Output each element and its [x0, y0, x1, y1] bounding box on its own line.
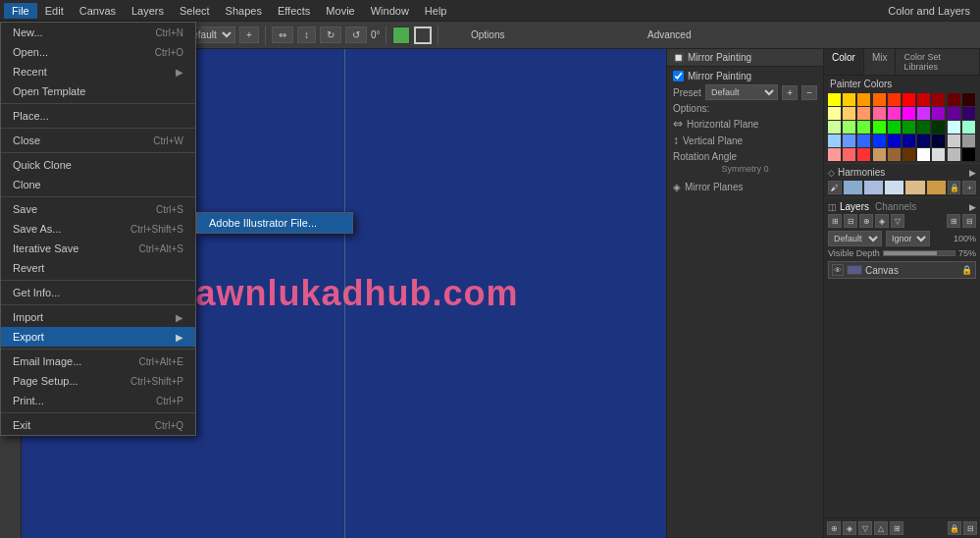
dropdown-item-place[interactable]: Place... — [1, 106, 195, 126]
layer-icon-7[interactable]: ⊟ — [962, 214, 976, 228]
menu-item-canvas[interactable]: Canvas — [72, 3, 124, 19]
layer-icon-1[interactable]: ⊞ — [828, 214, 842, 228]
harmonies-expand[interactable]: ▶ — [969, 168, 976, 178]
menu-item-effects[interactable]: Effects — [270, 3, 318, 19]
tab-mix[interactable]: Mix — [864, 49, 897, 75]
tab-color[interactable]: Color — [824, 49, 864, 75]
color-cell-27[interactable] — [932, 121, 945, 134]
layer-ignore-select[interactable]: Ignore — [886, 231, 930, 246]
color-cell-45[interactable] — [903, 148, 915, 161]
color-cell-38[interactable] — [948, 134, 960, 147]
rotate-btn2[interactable]: ↺ — [345, 27, 367, 43]
color-cell-42[interactable] — [857, 148, 870, 161]
color-cell-34[interactable] — [888, 134, 901, 147]
tab-color-set[interactable]: Color Set Libraries — [896, 49, 980, 75]
color-cell-0[interactable] — [828, 93, 841, 106]
color-cell-20[interactable] — [828, 121, 841, 134]
color-cell-21[interactable] — [843, 121, 855, 134]
color-cell-35[interactable] — [903, 134, 915, 147]
dropdown-item-get-info[interactable]: Get Info... — [1, 283, 195, 302]
dropdown-item-open[interactable]: Open... Ctrl+O — [1, 42, 195, 62]
color-cell-16[interactable] — [917, 107, 930, 120]
mirror-preset-add[interactable]: + — [782, 85, 798, 100]
color-cell-6[interactable] — [917, 93, 930, 106]
dropdown-item-close[interactable]: Close Ctrl+W — [1, 131, 195, 150]
color-cell-17[interactable] — [932, 107, 945, 120]
color-cell-14[interactable] — [888, 107, 901, 120]
bottom-layer-btn-6[interactable]: 🔒 — [948, 521, 961, 535]
color-cell-11[interactable] — [843, 107, 855, 120]
dropdown-item-iterative-save[interactable]: Iterative Save Ctrl+Alt+S — [1, 239, 195, 258]
color-cell-48[interactable] — [948, 148, 960, 161]
preset-add-btn[interactable]: + — [239, 27, 259, 43]
dropdown-item-quick-clone[interactable]: Quick Clone — [1, 155, 195, 175]
bottom-layer-btn-3[interactable]: ▽ — [858, 521, 872, 535]
harmony-swatch-1[interactable] — [844, 181, 862, 194]
dropdown-item-save-as[interactable]: Save As... Ctrl+Shift+S — [1, 219, 195, 239]
color-cell-47[interactable] — [932, 148, 945, 161]
dropdown-item-revert[interactable]: Revert — [1, 258, 195, 278]
color-cell-39[interactable] — [962, 134, 975, 147]
menu-item-help[interactable]: Help — [417, 3, 455, 19]
color-cell-18[interactable] — [948, 107, 960, 120]
color-cell-1[interactable] — [843, 93, 855, 106]
dropdown-item-export[interactable]: Export ▶ — [1, 327, 195, 347]
color-cell-25[interactable] — [903, 121, 915, 134]
harmony-swatch-2[interactable] — [864, 181, 883, 194]
color-cell-46[interactable] — [917, 148, 930, 161]
rotate-btn[interactable]: ↻ — [320, 27, 341, 43]
harmony-swatch-5[interactable] — [927, 181, 946, 194]
color-cell-28[interactable] — [948, 121, 960, 134]
layer-icon-6[interactable]: ⊞ — [947, 214, 960, 228]
menu-item-file[interactable]: File — [4, 3, 37, 19]
color-cell-36[interactable] — [917, 134, 930, 147]
color-swatch[interactable] — [392, 27, 410, 44]
visible-depth-bar[interactable] — [883, 250, 955, 256]
color-cell-12[interactable] — [857, 107, 870, 120]
layer-icon-3[interactable]: ⊕ — [859, 214, 873, 228]
color-cell-44[interactable] — [888, 148, 901, 161]
flip-v-btn[interactable]: ↕ — [297, 27, 316, 43]
mirror-panel-checkbox[interactable] — [673, 71, 684, 81]
dropdown-item-exit[interactable]: Exit Ctrl+Q — [1, 415, 195, 435]
dropdown-item-new[interactable]: New... Ctrl+N — [1, 23, 195, 42]
color-cell-3[interactable] — [873, 93, 886, 106]
color-cell-31[interactable] — [843, 134, 855, 147]
bottom-layer-btn-7[interactable]: ⊟ — [963, 521, 977, 535]
color-cell-5[interactable] — [903, 93, 915, 106]
color-cell-24[interactable] — [888, 121, 901, 134]
harmony-swatch-4[interactable] — [905, 181, 924, 194]
color-cell-13[interactable] — [873, 107, 886, 120]
color-cell-30[interactable] — [828, 134, 841, 147]
layer-vis-toggle[interactable]: 👁 — [832, 264, 844, 276]
color-cell-19[interactable] — [962, 107, 975, 120]
submenu-ai-file[interactable]: Adobe Illustrator File... — [197, 213, 352, 233]
layer-icon-2[interactable]: ⊟ — [844, 214, 857, 228]
color-cell-37[interactable] — [932, 134, 945, 147]
color-cell-8[interactable] — [948, 93, 960, 106]
color-cell-7[interactable] — [932, 93, 945, 106]
color-cell-40[interactable] — [828, 148, 841, 161]
flip-h-btn[interactable]: ⇔ — [272, 27, 293, 43]
color-cell-23[interactable] — [873, 121, 886, 134]
dropdown-item-import[interactable]: Import ▶ — [1, 307, 195, 327]
color-cell-29[interactable] — [962, 121, 975, 134]
color-cell-4[interactable] — [888, 93, 901, 106]
color-cell-26[interactable] — [917, 121, 930, 134]
layer-icon-4[interactable]: ◈ — [875, 214, 889, 228]
color-cell-32[interactable] — [857, 134, 870, 147]
color-cell-22[interactable] — [857, 121, 870, 134]
menu-item-shapes[interactable]: Shapes — [218, 3, 270, 19]
menu-item-window[interactable]: Window — [363, 3, 417, 19]
bottom-layer-btn-2[interactable]: ◈ — [843, 521, 856, 535]
dropdown-item-clone[interactable]: Clone — [1, 175, 195, 194]
harmony-add-icon[interactable]: + — [962, 181, 976, 194]
menu-item-layers[interactable]: Layers — [124, 3, 172, 19]
dropdown-item-email[interactable]: Email Image... Ctrl+Alt+E — [1, 351, 195, 371]
layers-title-tab[interactable]: Layers — [840, 201, 869, 212]
color-cell-49[interactable] — [962, 148, 975, 161]
color-swatch-outline[interactable] — [414, 27, 432, 44]
menu-item-movie[interactable]: Movie — [318, 3, 362, 19]
color-cell-33[interactable] — [873, 134, 886, 147]
dropdown-item-page-setup[interactable]: Page Setup... Ctrl+Shift+P — [1, 371, 195, 391]
